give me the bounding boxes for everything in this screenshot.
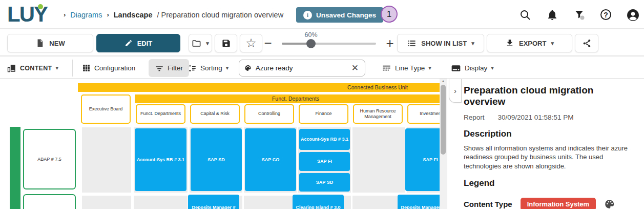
breadcrumb-page-title: / Preparation cloud migration overview: [157, 11, 283, 19]
luy-logo[interactable]: LUY: [7, 2, 47, 27]
column-header-finance[interactable]: Finance: [299, 104, 348, 124]
zoom-in-button[interactable]: +: [382, 35, 398, 51]
info-system-box-account-sys[interactable]: Account-Sys RB # 3.1: [299, 129, 350, 150]
breadcrumb-landscape-link[interactable]: Landscape: [114, 11, 153, 19]
grid-cell: [134, 196, 188, 209]
connected-business-unit-label: Connected Business Unit: [347, 84, 408, 90]
connected-business-unit-band[interactable]: Connected Business Unit: [78, 83, 440, 92]
filter-lines-icon: [155, 64, 164, 73]
info-system-box-account-sys[interactable]: Account-Sys RB # 3.1: [135, 128, 186, 191]
filter-button-active[interactable]: Filter: [149, 59, 189, 77]
zoom-slider[interactable]: 60%: [282, 43, 376, 45]
sorting-label: Sorting: [200, 64, 222, 72]
column-header-capital-risk[interactable]: Capital & Risk: [190, 104, 240, 124]
line-type-label: Line Type: [395, 64, 425, 72]
panel-collapse-button[interactable]: ›: [449, 79, 462, 103]
funct-departments-band-label: Funct. Departments: [272, 96, 319, 102]
column-header-human-resource-management[interactable]: Human Resource Management: [353, 104, 403, 124]
new-file-icon: [35, 39, 45, 48]
clear-filter-icon[interactable]: ✕: [350, 63, 360, 73]
panel-timestamp: 30/09/2021 01:58:51 PM: [498, 113, 574, 121]
grid-cell: [82, 196, 131, 209]
line-type-menu[interactable]: Line Type ▾: [382, 58, 431, 79]
zoom-out-button[interactable]: −: [260, 35, 276, 51]
folder-menu-button[interactable]: ▾: [189, 34, 212, 52]
share-button[interactable]: [575, 34, 598, 52]
content-menu[interactable]: CONTENT ▾: [7, 58, 58, 79]
chevron-down-icon: ▾: [206, 40, 209, 47]
account-avatar-icon[interactable]: [627, 9, 639, 21]
toolbar-divider: [72, 60, 73, 77]
new-button[interactable]: NEW: [7, 34, 93, 52]
filter-funnel-icon[interactable]: [573, 9, 586, 21]
legend-heading: Legend: [464, 178, 634, 188]
chevron-down-icon: ▾: [471, 40, 474, 47]
notifications-bell-icon[interactable]: [546, 9, 558, 21]
diagram-scrollbar[interactable]: ▲: [440, 79, 447, 209]
unsaved-changes-badge[interactable]: i Unsaved Changes: [296, 7, 383, 23]
panel-type: Report: [464, 113, 485, 121]
configuration-label: Configuration: [94, 64, 135, 72]
content-type-badge[interactable]: Information System: [521, 198, 596, 209]
share-icon: [582, 39, 592, 48]
coloring-filter-input[interactable]: [256, 64, 346, 72]
star-icon: ☆: [245, 36, 257, 50]
export-label: EXPORT: [519, 40, 546, 47]
landscape-diagram-canvas[interactable]: Connected Business Unit Funct. Departmen…: [0, 79, 447, 209]
content-type-label: Content Type: [464, 200, 512, 208]
breadcrumb-chevron-icon: ›: [107, 11, 109, 18]
technology-lane-bar: [10, 127, 20, 209]
legend-content-type-row: Content Type Information System: [464, 198, 634, 209]
info-system-box-sap-fi[interactable]: SAP FI: [299, 152, 350, 171]
top-bar: LUY › Diagrams › Landscape / Preparation…: [0, 0, 644, 29]
funct-departments-band[interactable]: Funct. Departments: [135, 94, 440, 103]
favorite-star-button[interactable]: ☆: [240, 34, 262, 52]
palette-icon[interactable]: [604, 199, 615, 209]
technology-box-abap[interactable]: ABAP # 7.5: [23, 129, 76, 189]
info-system-box-sap-co[interactable]: SAP CO: [245, 128, 296, 191]
display-menu[interactable]: Display ▾: [451, 58, 494, 79]
list-icon: [407, 39, 417, 48]
save-button[interactable]: [215, 34, 237, 52]
show-in-list-button[interactable]: SHOW IN LIST ▾: [397, 34, 484, 52]
save-floppy-icon: [221, 39, 231, 48]
info-icon: i: [303, 11, 312, 20]
content-menu-label: CONTENT: [20, 65, 52, 72]
breadcrumb-chevron-icon: ›: [64, 11, 66, 18]
sorting-menu[interactable]: Sorting ▾: [188, 58, 228, 79]
coloring-filter-field[interactable]: ✕: [239, 60, 365, 77]
line-type-icon: [382, 63, 391, 73]
download-icon: [505, 39, 514, 48]
column-header-funct-departments[interactable]: Funct. Departments: [136, 104, 185, 124]
edit-button[interactable]: EDIT: [96, 34, 180, 52]
scrollbar-thumb[interactable]: [441, 85, 446, 155]
grid-cell: [352, 127, 405, 193]
unsaved-changes-label: Unsaved Changes: [316, 11, 376, 19]
column-header-controlling[interactable]: Controlling: [244, 104, 294, 124]
content-icon: [7, 64, 16, 73]
breadcrumb: › Diagrams › Landscape / Preparation clo…: [64, 0, 283, 29]
description-text: Shows all information systems and indica…: [464, 144, 629, 171]
view-options-toolbar: CONTENT ▾ Configuration Filter Sorting ▾…: [0, 58, 644, 79]
info-system-box-deposits-manager[interactable]: Deposits Manager # 2.0: [188, 195, 239, 209]
configuration-button[interactable]: Configuration: [82, 58, 135, 79]
show-in-list-label: SHOW IN LIST: [421, 40, 467, 47]
step-counter-badge: 1: [381, 6, 398, 23]
technology-box[interactable]: [23, 194, 76, 209]
info-system-box-sap-sd[interactable]: SAP SD: [191, 128, 242, 191]
breadcrumb-diagrams-link[interactable]: Diagrams: [70, 11, 102, 19]
info-system-box-clearing-island[interactable]: Clearing Island # 3.0: [293, 195, 344, 209]
export-button[interactable]: EXPORT ▾: [487, 34, 572, 52]
column-header-executive-board[interactable]: Executive Board: [81, 94, 131, 124]
chevron-down-icon: ▾: [56, 65, 59, 71]
display-label: Display: [465, 64, 487, 72]
info-system-box-sap-sd[interactable]: SAP SD: [299, 173, 350, 192]
help-icon[interactable]: ?: [600, 9, 613, 21]
grid-cell: [82, 127, 131, 193]
description-heading: Description: [464, 129, 634, 139]
sort-icon: [188, 64, 197, 73]
scroll-up-icon[interactable]: ▲: [440, 79, 447, 83]
grid-cell: [244, 196, 297, 209]
search-icon[interactable]: [519, 9, 531, 21]
zoom-slider-thumb[interactable]: [306, 39, 316, 48]
